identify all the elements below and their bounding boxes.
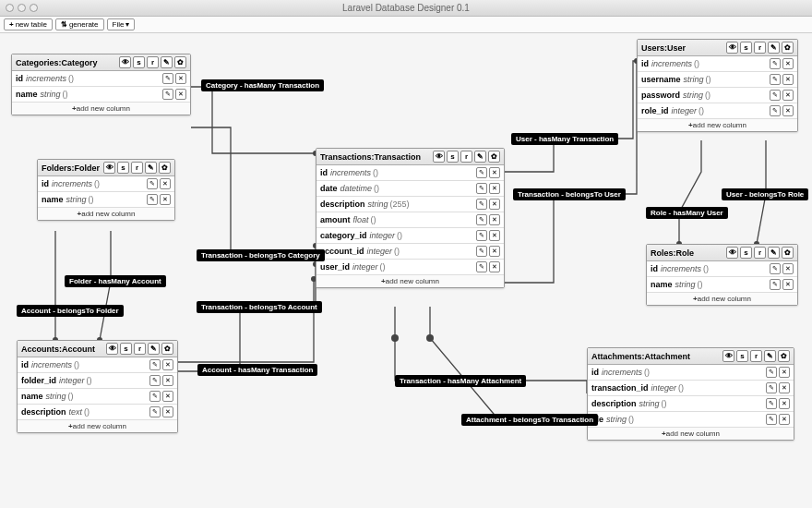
header-gear-icon[interactable]: ✿ <box>161 343 173 355</box>
column-edit-icon[interactable]: ✎ <box>476 167 487 178</box>
header-r-icon[interactable]: r <box>147 56 159 68</box>
column-row[interactable]: passwordstring()✎✕ <box>638 88 797 103</box>
column-row[interactable]: namestring()✎✕ <box>647 277 797 293</box>
column-delete-icon[interactable]: ✕ <box>779 414 790 425</box>
header-edit-icon[interactable]: ✎ <box>764 350 776 362</box>
entity-transactions[interactable]: Transactions:Transaction👁sr✎✿idincrement… <box>316 148 505 288</box>
column-delete-icon[interactable]: ✕ <box>489 261 500 272</box>
header-gear-icon[interactable]: ✿ <box>782 42 794 54</box>
header-s-icon[interactable]: s <box>740 247 752 259</box>
header-gear-icon[interactable]: ✿ <box>488 151 500 163</box>
column-row[interactable]: descriptionstring()✎✕ <box>588 396 794 412</box>
header-edit-icon[interactable]: ✎ <box>148 343 160 355</box>
header-eye-icon[interactable]: 👁 <box>433 151 445 163</box>
column-edit-icon[interactable]: ✎ <box>770 58 781 69</box>
column-delete-icon[interactable]: ✕ <box>782 105 794 116</box>
column-row[interactable]: namestring()✎✕ <box>18 389 177 405</box>
header-eye-icon[interactable]: 👁 <box>103 162 115 174</box>
header-gear-icon[interactable]: ✿ <box>778 350 790 362</box>
column-row[interactable]: amountfloat()✎✕ <box>316 212 504 228</box>
entity-header[interactable]: Categories:Category👁sr✎✿ <box>12 54 190 71</box>
column-delete-icon[interactable]: ✕ <box>782 279 794 290</box>
add-column-button[interactable]: add new column <box>647 293 797 305</box>
min-dot[interactable] <box>18 4 26 12</box>
column-delete-icon[interactable]: ✕ <box>160 194 171 205</box>
column-edit-icon[interactable]: ✎ <box>147 194 158 205</box>
column-delete-icon[interactable]: ✕ <box>489 183 500 194</box>
column-delete-icon[interactable]: ✕ <box>489 230 500 241</box>
column-row[interactable]: category_idinteger()✎✕ <box>316 228 504 244</box>
column-row[interactable]: namestring()✎✕ <box>38 192 174 208</box>
add-column-button[interactable]: add new column <box>38 208 174 220</box>
header-r-icon[interactable]: r <box>754 247 766 259</box>
column-delete-icon[interactable]: ✕ <box>489 214 500 225</box>
header-s-icon[interactable]: s <box>133 56 145 68</box>
header-s-icon[interactable]: s <box>740 42 752 54</box>
header-s-icon[interactable]: s <box>117 162 129 174</box>
header-gear-icon[interactable]: ✿ <box>782 247 794 259</box>
generate-button[interactable]: ⇅generate <box>55 18 104 30</box>
entity-attachments[interactable]: Attachments:Attachment👁sr✎✿idincrements(… <box>587 347 794 441</box>
entity-header[interactable]: Roles:Role👁sr✎✿ <box>647 245 797 261</box>
entity-categories[interactable]: Categories:Category👁sr✎✿idincrements()✎✕… <box>11 54 191 115</box>
column-row[interactable]: namestring()✎✕ <box>12 87 190 103</box>
header-edit-icon[interactable]: ✎ <box>768 42 780 54</box>
header-r-icon[interactable]: r <box>750 350 762 362</box>
column-delete-icon[interactable]: ✕ <box>779 398 790 409</box>
column-edit-icon[interactable]: ✎ <box>766 398 777 409</box>
canvas[interactable]: Categories:Category👁sr✎✿idincrements()✎✕… <box>0 33 812 508</box>
column-row[interactable]: account_idinteger()✎✕ <box>316 244 504 260</box>
column-edit-icon[interactable]: ✎ <box>476 199 487 210</box>
column-edit-icon[interactable]: ✎ <box>770 74 781 85</box>
column-row[interactable]: idincrements()✎✕ <box>316 165 504 181</box>
entity-roles[interactable]: Roles:Role👁sr✎✿idincrements()✎✕namestrin… <box>646 244 798 306</box>
column-edit-icon[interactable]: ✎ <box>149 391 161 402</box>
column-delete-icon[interactable]: ✕ <box>782 58 794 69</box>
entity-accounts[interactable]: Accounts:Account👁sr✎✿idincrements()✎✕fol… <box>17 340 178 433</box>
column-row[interactable]: user_idinteger()✎✕ <box>316 260 504 275</box>
header-edit-icon[interactable]: ✎ <box>768 247 780 259</box>
header-eye-icon[interactable]: 👁 <box>726 42 738 54</box>
column-edit-icon[interactable]: ✎ <box>476 261 487 272</box>
header-r-icon[interactable]: r <box>134 343 146 355</box>
column-delete-icon[interactable]: ✕ <box>782 90 794 101</box>
header-eye-icon[interactable]: 👁 <box>119 56 131 68</box>
column-delete-icon[interactable]: ✕ <box>162 391 173 402</box>
column-edit-icon[interactable]: ✎ <box>147 178 158 189</box>
header-r-icon[interactable]: r <box>754 42 766 54</box>
column-delete-icon[interactable]: ✕ <box>782 74 794 85</box>
header-edit-icon[interactable]: ✎ <box>145 162 157 174</box>
column-delete-icon[interactable]: ✕ <box>160 178 171 189</box>
column-row[interactable]: datedatetime()✎✕ <box>316 181 504 197</box>
entity-header[interactable]: Folders:Folder👁sr✎✿ <box>38 160 174 176</box>
column-delete-icon[interactable]: ✕ <box>782 263 794 274</box>
column-edit-icon[interactable]: ✎ <box>149 375 161 386</box>
column-row[interactable]: descriptionstring(255)✎✕ <box>316 197 504 212</box>
max-dot[interactable] <box>30 4 38 12</box>
column-edit-icon[interactable]: ✎ <box>476 183 487 194</box>
header-s-icon[interactable]: s <box>736 350 748 362</box>
header-edit-icon[interactable]: ✎ <box>474 151 486 163</box>
add-column-button[interactable]: add new column <box>18 420 177 432</box>
column-edit-icon[interactable]: ✎ <box>476 230 487 241</box>
column-edit-icon[interactable]: ✎ <box>476 214 487 225</box>
header-r-icon[interactable]: r <box>131 162 143 174</box>
header-s-icon[interactable]: s <box>447 151 459 163</box>
column-delete-icon[interactable]: ✕ <box>489 167 500 178</box>
column-edit-icon[interactable]: ✎ <box>766 414 777 425</box>
add-column-button[interactable]: add new column <box>638 119 797 131</box>
entity-header[interactable]: Attachments:Attachment👁sr✎✿ <box>588 348 794 365</box>
column-edit-icon[interactable]: ✎ <box>766 382 777 393</box>
header-gear-icon[interactable]: ✿ <box>174 56 186 68</box>
add-column-button[interactable]: add new column <box>588 428 794 440</box>
column-delete-icon[interactable]: ✕ <box>162 375 173 386</box>
new-table-button[interactable]: +new table <box>4 18 53 30</box>
header-eye-icon[interactable]: 👁 <box>722 350 734 362</box>
column-row[interactable]: usernamestring()✎✕ <box>638 72 797 88</box>
header-gear-icon[interactable]: ✿ <box>159 162 171 174</box>
column-row[interactable]: folder_idinteger()✎✕ <box>18 373 177 389</box>
column-edit-icon[interactable]: ✎ <box>476 246 487 257</box>
column-delete-icon[interactable]: ✕ <box>175 89 186 100</box>
entity-users[interactable]: Users:User👁sr✎✿idincrements()✎✕usernames… <box>637 39 798 132</box>
column-row[interactable]: idincrements()✎✕ <box>588 365 794 381</box>
